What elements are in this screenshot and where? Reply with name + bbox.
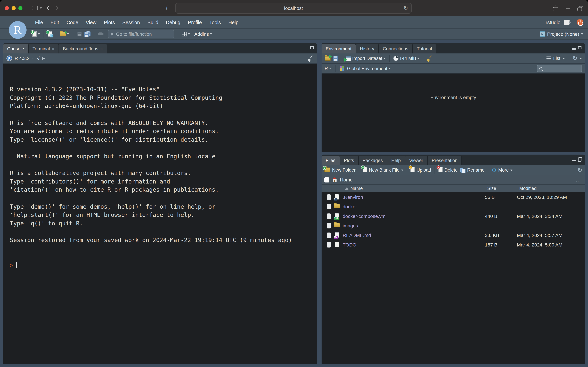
zoom-window-button[interactable] [18,6,23,10]
file-name-link[interactable]: docker-compose.yml [343,213,485,219]
menu-item-code[interactable]: Code [63,20,82,25]
tab-files[interactable]: Files [322,156,340,165]
tab-packages[interactable]: Packages [359,156,387,165]
close-tab-icon[interactable]: × [100,46,103,51]
minimize-pane-icon[interactable] [572,158,576,161]
minimize-pane-icon[interactable] [572,46,576,50]
new-file-button[interactable]: + [32,31,40,37]
new-folder-button[interactable]: + New Folder [324,167,356,173]
table-row[interactable]: TODO 167 B Mar 4, 2024, 5:00 AM [322,240,585,250]
tab-environment[interactable]: Environment [322,44,356,53]
refresh-files-icon[interactable]: ↻ [578,167,582,173]
language-selector[interactable]: R [325,66,331,71]
file-name-link[interactable]: README.md [343,233,485,238]
project-dropdown-icon[interactable] [581,33,583,35]
tab-tutorial[interactable]: Tutorial [413,44,436,53]
more-button[interactable]: ⚙ More [492,167,513,173]
menu-item-profile[interactable]: Profile [184,20,205,25]
file-checkbox[interactable] [327,223,331,228]
tab-overview-icon[interactable] [578,6,583,10]
new-project-button[interactable]: +R [48,31,52,37]
menu-item-help[interactable]: Help [225,20,242,25]
table-row[interactable]: docker [322,202,585,211]
tab-terminal[interactable]: Terminal× [28,44,59,53]
breadcrumb-home[interactable]: Home [340,177,353,183]
sidebar-chevron-down-icon[interactable] [40,7,42,9]
close-tab-icon[interactable]: × [52,46,54,51]
clear-environment-icon[interactable] [427,56,433,61]
select-all-checkbox[interactable] [324,177,329,182]
save-button[interactable] [77,32,82,36]
file-name-link[interactable]: images [343,223,485,228]
sign-out-icon[interactable] [564,20,570,25]
back-button[interactable] [46,6,50,10]
forward-button[interactable] [54,6,58,10]
tab-history[interactable]: History [356,44,379,53]
upload-button[interactable]: ↑ Upload [410,167,431,173]
delete-button[interactable]: × Delete [438,167,458,173]
open-directory-icon[interactable] [42,57,45,60]
project-selector[interactable]: Project: (None) [547,31,579,37]
new-blank-file-button[interactable]: + New Blank File [363,167,403,173]
maximize-pane-icon[interactable] [310,46,314,50]
refresh-environment-icon[interactable]: ↻ [573,56,578,61]
file-checkbox[interactable] [327,194,331,200]
goto-file-function-input[interactable]: Go to file/function [108,30,174,38]
menu-item-edit[interactable]: Edit [47,20,63,25]
table-row[interactable]: YML docker-compose.yml 440 B Mar 4, 2024… [322,211,585,221]
file-name-link[interactable]: .Renviron [343,194,485,200]
file-checkbox[interactable] [327,213,331,219]
column-header-name[interactable]: Name [343,184,485,192]
file-checkbox[interactable] [327,242,331,248]
tab-console[interactable]: Console [3,44,28,53]
sidebar-toggle-icon[interactable] [32,6,38,10]
close-window-button[interactable] [5,6,9,10]
file-name-link[interactable]: TODO [343,242,485,248]
environment-search-input[interactable] [537,65,582,72]
tab-background-jobs[interactable]: Background Jobs× [59,44,107,53]
tab-presentation[interactable]: Presentation [428,156,462,165]
menu-item-plots[interactable]: Plots [100,20,119,25]
table-row[interactable]: MD README.md 3.6 KB Mar 4, 2024, 5:57 AM [322,231,585,240]
maximize-pane-icon[interactable] [578,157,582,162]
tab-viewer[interactable]: Viewer [405,156,428,165]
clear-console-icon[interactable] [308,56,313,61]
tab-plots[interactable]: Plots [340,156,359,165]
save-workspace-button[interactable] [333,56,338,61]
minimize-window-button[interactable] [12,6,16,10]
load-workspace-button[interactable] [325,56,331,61]
column-header-modified[interactable]: Modified [517,184,585,192]
menu-item-file[interactable]: File [31,20,47,25]
rename-button[interactable]: Rename [460,167,485,173]
memory-usage-button[interactable]: 144 MiB [393,56,419,61]
addins-button[interactable]: Addins [194,31,212,37]
file-checkbox[interactable] [327,233,331,238]
file-checkbox[interactable] [327,204,331,209]
menu-item-build[interactable]: Build [144,20,162,25]
open-file-button[interactable] [60,32,69,36]
table-row[interactable]: images [322,221,585,231]
reload-icon[interactable]: ↻ [404,5,408,11]
menu-item-tools[interactable]: Tools [205,20,225,25]
table-row[interactable]: S_ .Renviron 55 B Oct 29, 2023, 10:29 AM [322,192,585,202]
maximize-pane-icon[interactable] [578,46,582,50]
tab-help[interactable]: Help [387,156,405,165]
menu-item-view[interactable]: View [82,20,100,25]
file-name-link[interactable]: docker [343,204,485,209]
console-output[interactable]: R version 4.3.2 (2023-10-31) -- "Eye Hol… [3,64,317,364]
menu-item-session[interactable]: Session [119,20,144,25]
view-mode-selector[interactable]: List [553,56,560,61]
working-directory-label[interactable]: ~/ [36,56,40,61]
new-tab-button[interactable]: + [566,5,570,12]
address-bar[interactable]: localhost ↻ [175,3,412,14]
tab-connections[interactable]: Connections [379,44,413,53]
print-button[interactable] [98,32,103,36]
share-icon[interactable] [553,5,559,11]
panes-layout-button[interactable] [182,32,190,36]
console-prompt-line[interactable]: > [10,261,317,269]
scope-selector[interactable]: Global Environment [347,66,391,71]
column-header-size[interactable]: Size [485,184,517,192]
menu-item-debug[interactable]: Debug [162,20,184,25]
new-file-dropdown-icon[interactable] [38,33,40,35]
breadcrumb-overflow-button[interactable]: ... [571,175,582,184]
